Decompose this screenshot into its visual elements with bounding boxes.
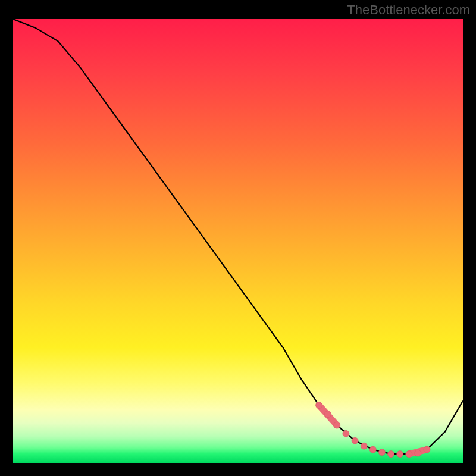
marker-dot (316, 402, 322, 409)
marker-dot (397, 451, 403, 458)
marker-cluster (316, 402, 430, 458)
marker-dot (361, 443, 367, 449)
marker-dot (406, 451, 412, 458)
marker-dot (343, 430, 349, 437)
marker-dot (388, 451, 394, 458)
chart-plot-area (13, 19, 463, 463)
marker-dot (352, 437, 358, 444)
marker-dot (378, 449, 385, 456)
marker-dot (325, 411, 331, 417)
bottleneck-curve-svg (13, 19, 463, 463)
marker-dot (424, 446, 430, 453)
marker-dot (334, 422, 340, 428)
marker-dot (369, 446, 376, 453)
bottleneck-curve (13, 19, 463, 454)
marker-dot (415, 450, 421, 456)
attribution-text: TheBottlenecker.com (347, 2, 470, 18)
